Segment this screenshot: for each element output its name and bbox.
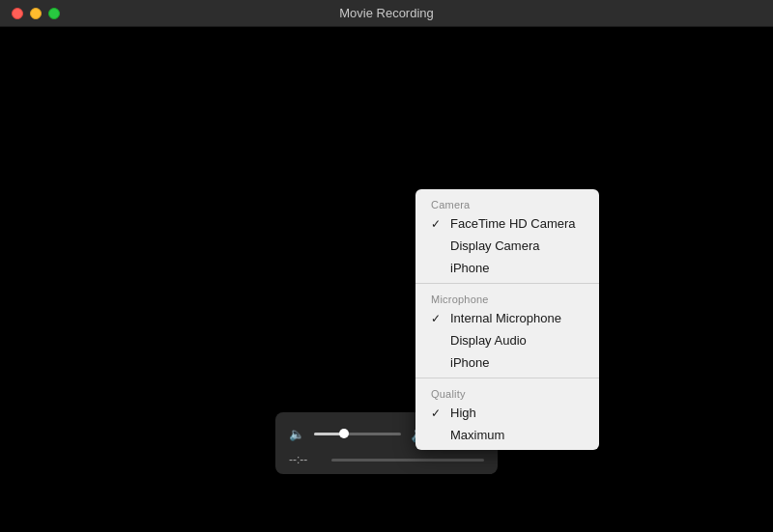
iphone-camera-label: iPhone (450, 261, 584, 275)
mic-iphone[interactable]: iPhone (415, 351, 599, 374)
camera-section-label: Camera (415, 193, 599, 212)
camera-display[interactable]: Display Camera (415, 235, 599, 257)
title-bar: Movie Recording (0, 0, 773, 27)
high-label: High (450, 406, 584, 420)
close-button[interactable] (12, 8, 23, 19)
window-controls (12, 8, 60, 19)
volume-slider[interactable] (314, 433, 401, 435)
window-title: Movie Recording (339, 6, 434, 20)
maximize-button[interactable] (48, 8, 60, 19)
display-camera-label: Display Camera (450, 238, 584, 253)
minimize-button[interactable] (30, 8, 42, 19)
controls-bottom-row: --:-- (289, 453, 484, 466)
camera-facetime[interactable]: ✓ FaceTime HD Camera (415, 212, 599, 235)
maximum-label: Maximum (450, 428, 584, 442)
divider-2 (415, 378, 599, 378)
facetime-check: ✓ (431, 217, 444, 231)
internal-mic-check: ✓ (431, 312, 444, 325)
mic-display-audio[interactable]: Display Audio (415, 329, 599, 351)
facetime-label: FaceTime HD Camera (450, 216, 584, 231)
quality-high[interactable]: ✓ High (415, 402, 599, 424)
quality-section-label: Quality (415, 382, 599, 402)
volume-low-icon: 🔈 (289, 427, 304, 441)
divider-1 (415, 283, 599, 284)
video-area: 🔈 🔊 --:-- Camera ✓ FaceTime HD Camera (0, 27, 773, 532)
display-audio-label: Display Audio (450, 333, 584, 348)
internal-mic-label: Internal Microphone (450, 311, 584, 325)
quality-maximum[interactable]: Maximum (415, 424, 599, 446)
progress-track[interactable] (331, 459, 484, 462)
iphone-mic-label: iPhone (450, 355, 584, 370)
mic-internal[interactable]: ✓ Internal Microphone (415, 307, 599, 329)
time-display: --:-- (289, 453, 324, 466)
camera-iphone[interactable]: iPhone (415, 257, 599, 279)
dropdown-menu: Camera ✓ FaceTime HD Camera Display Came… (415, 189, 599, 450)
high-check: ✓ (431, 406, 444, 420)
volume-knob[interactable] (339, 429, 349, 438)
microphone-section-label: Microphone (415, 288, 599, 307)
